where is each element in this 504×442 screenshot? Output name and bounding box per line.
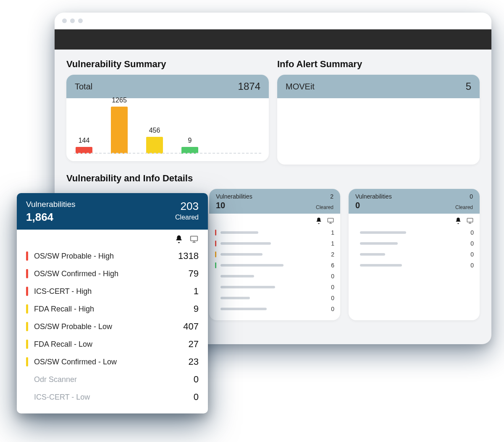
detail-row-value: 0: [470, 240, 474, 247]
vuln-row-value: 9: [194, 303, 199, 314]
detail-row-value: 0: [331, 273, 334, 280]
monitor-icon[interactable]: [327, 217, 334, 225]
vuln-summary-title: Vulnerability Summary: [66, 59, 269, 70]
vuln-row-value: 23: [189, 356, 199, 367]
chart-bar: 456: [146, 127, 163, 154]
info-alert-card: MOVEit 5: [277, 75, 480, 165]
vuln-row: OS/SW Confirmed - High79: [26, 265, 199, 282]
severity-tick: [215, 273, 216, 279]
vuln-row-label: OS/SW Confirmed - Low: [34, 358, 117, 366]
vuln-float-cleared-label: Cleared: [175, 214, 199, 221]
detail-row-skeleton: [220, 253, 262, 256]
severity-tick: [26, 304, 28, 314]
bell-icon[interactable]: [174, 235, 184, 244]
vuln-summary-total-label: Total: [75, 82, 92, 92]
severity-tick: [354, 251, 356, 257]
vuln-row-value: 407: [183, 321, 199, 332]
detail-row-skeleton: [220, 297, 250, 299]
chart-bar-rect: [111, 107, 128, 154]
vuln-row-label: Odr Scanner: [34, 375, 77, 384]
severity-tick: [26, 322, 28, 331]
detail-row: 0: [215, 303, 334, 314]
detail-card-count: 10: [216, 201, 225, 210]
detail-row: 1: [215, 227, 334, 238]
vuln-row-value: 1318: [178, 251, 199, 262]
window-controls: [55, 13, 491, 29]
detail-card-head: Vulnerabilities210Cleared: [209, 189, 340, 214]
detail-row: 0: [215, 271, 334, 282]
vuln-row-value: 27: [189, 339, 199, 350]
severity-tick: [26, 340, 28, 349]
detail-row-skeleton: [220, 242, 271, 245]
vuln-row: ICS-CERT - High1: [26, 282, 199, 300]
detail-card-cleared-label: Cleared: [455, 204, 473, 210]
detail-row-value: 2: [331, 251, 334, 258]
detail-row: 0: [354, 249, 474, 260]
vuln-row: Odr Scanner0: [26, 371, 199, 388]
detail-row-skeleton: [360, 264, 402, 267]
vuln-float-cleared-count: 203: [175, 200, 199, 213]
vuln-row: ICS-CERT - Low0: [26, 388, 199, 406]
info-alert-value: 5: [466, 81, 471, 92]
detail-row-value: 1: [331, 229, 334, 236]
detail-row-value: 0: [331, 295, 334, 301]
vuln-row: OS/SW Confirmed - Low23: [26, 353, 199, 371]
detail-row-skeleton: [360, 231, 406, 234]
detail-row: 2: [215, 249, 334, 260]
severity-tick: [215, 241, 216, 246]
vuln-float-count: 1,864: [26, 211, 76, 224]
severity-tick: [354, 241, 356, 246]
severity-tick: [354, 230, 356, 235]
vuln-row-label: OS/SW Probable - Low: [34, 322, 112, 331]
detail-card-label: Vulnerabilities: [355, 193, 392, 200]
vuln-float-title: Vulnerabilities: [26, 200, 76, 209]
vuln-row-value: 79: [189, 268, 199, 279]
vuln-row-label: FDA Recall - High: [34, 305, 94, 314]
vuln-float-card: Vulnerabilities 1,864 203 Cleared OS/SW …: [17, 193, 208, 413]
detail-row-skeleton: [220, 264, 284, 267]
chart-bar: 144: [76, 137, 92, 154]
vuln-row-label: ICS-CERT - Low: [34, 393, 90, 402]
traffic-light-dot[interactable]: [70, 18, 75, 23]
traffic-light-dot[interactable]: [78, 18, 83, 23]
bell-icon[interactable]: [454, 217, 462, 225]
vuln-row: OS/SW Probable - High1318: [26, 247, 199, 265]
vuln-row-value: 0: [194, 392, 199, 403]
chart-bar-label: 144: [79, 137, 90, 144]
monitor-icon[interactable]: [189, 235, 199, 244]
vuln-summary-total-value: 1874: [238, 81, 260, 92]
detail-card-count: 0: [355, 201, 360, 210]
chart-bar-label: 1265: [112, 97, 127, 104]
detail-row-value: 0: [470, 262, 474, 269]
severity-tick: [26, 251, 28, 261]
vuln-row: FDA Recall - High9: [26, 300, 199, 318]
vuln-row: FDA Recall - Low27: [26, 335, 199, 353]
chart-bar: 1265: [111, 97, 128, 154]
chart-bar-rect: [146, 137, 163, 154]
detail-row-value: 1: [331, 240, 334, 247]
chart-bar-label: 9: [188, 137, 192, 144]
info-alert-label: MOVEit: [286, 82, 315, 92]
detail-card-cleared: 2: [330, 193, 333, 200]
traffic-light-dot[interactable]: [62, 18, 67, 23]
vuln-float-header: Vulnerabilities 1,864 203 Cleared: [17, 193, 208, 230]
severity-tick: [215, 230, 216, 235]
detail-row: 0: [354, 227, 474, 238]
vuln-row-label: ICS-CERT - High: [34, 287, 92, 296]
monitor-icon[interactable]: [466, 217, 474, 225]
vuln-row-value: 0: [194, 374, 199, 385]
vuln-row: OS/SW Probable - Low407: [26, 318, 199, 335]
detail-row-value: 0: [331, 284, 334, 290]
svg-rect-0: [328, 218, 333, 222]
severity-tick: [215, 306, 216, 312]
detail-row-skeleton: [220, 286, 275, 288]
detail-card-cleared: 0: [470, 193, 473, 200]
detail-row-skeleton: [220, 231, 258, 234]
detail-row-value: 0: [470, 251, 474, 258]
detail-row-value: 0: [331, 306, 334, 312]
chart-bar: 9: [181, 137, 198, 154]
detail-row: 0: [354, 260, 474, 271]
severity-tick: [354, 262, 356, 268]
severity-tick: [215, 295, 216, 301]
bell-icon[interactable]: [315, 217, 323, 225]
